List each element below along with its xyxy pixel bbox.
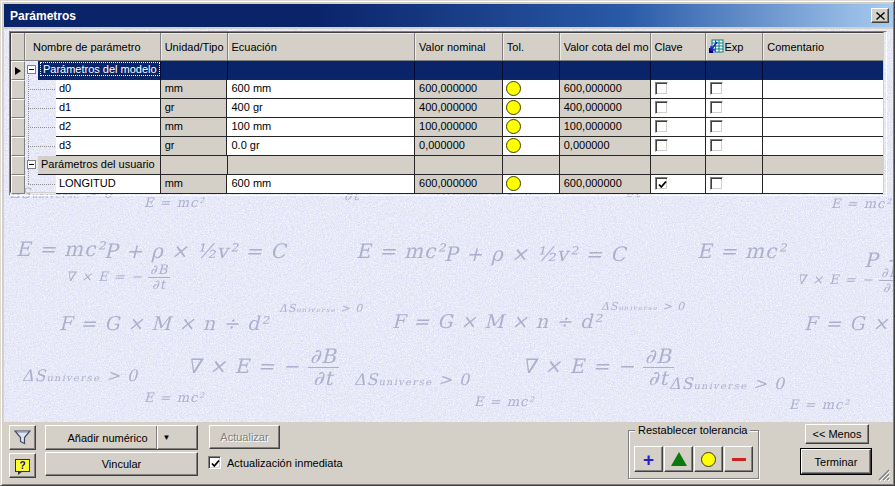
- table-row-d3[interactable]: d3 gr 0.0 gr 0,000000 0,000000: [11, 137, 883, 156]
- row-selector[interactable]: [11, 118, 25, 137]
- tolerance-triangle-button[interactable]: [664, 446, 693, 472]
- cell-unit[interactable]: [161, 61, 228, 80]
- cell-key[interactable]: [651, 137, 707, 156]
- cell-name[interactable]: d0: [56, 80, 161, 99]
- cell-export[interactable]: [706, 80, 763, 99]
- cell-model-value[interactable]: 0,000000: [560, 137, 651, 156]
- cell-equation[interactable]: 600 mm: [227, 175, 415, 194]
- tolerance-minus-button[interactable]: [724, 446, 753, 472]
- cell-name[interactable]: d3: [56, 137, 161, 156]
- export-checkbox[interactable]: [710, 82, 723, 95]
- cell-equation[interactable]: 0.0 gr: [227, 137, 415, 156]
- cell-export[interactable]: [706, 156, 763, 175]
- tolerance-circle-icon[interactable]: [506, 119, 521, 134]
- cell-tolerance[interactable]: [503, 118, 560, 137]
- cell-comment[interactable]: [763, 80, 883, 99]
- cell-comment[interactable]: [763, 175, 883, 194]
- table-row-group-model[interactable]: Parámetros del modelo: [11, 61, 883, 80]
- cell-equation[interactable]: [228, 156, 416, 175]
- header-equation[interactable]: Ecuación: [228, 33, 416, 60]
- cell-tolerance[interactable]: [503, 137, 560, 156]
- cell-group-name[interactable]: Parámetros del modelo: [38, 61, 161, 80]
- header-name[interactable]: Nombre de parámetro: [25, 33, 161, 60]
- cell-key[interactable]: [651, 99, 707, 118]
- cell-comment[interactable]: [763, 156, 883, 175]
- key-checkbox[interactable]: [655, 139, 668, 152]
- row-selector[interactable]: [11, 137, 25, 156]
- collapse-minus-icon[interactable]: [27, 65, 36, 74]
- cell-tolerance[interactable]: [503, 61, 560, 80]
- cell-tolerance[interactable]: [503, 175, 560, 194]
- cell-equation[interactable]: [228, 61, 416, 80]
- cell-key[interactable]: [651, 118, 707, 137]
- cell-nominal[interactable]: 0,000000: [415, 137, 503, 156]
- cell-model-value[interactable]: 600,000000: [560, 175, 651, 194]
- export-checkbox[interactable]: [710, 120, 723, 133]
- tolerance-circle-icon[interactable]: [506, 81, 521, 96]
- help-button[interactable]: ?: [9, 453, 36, 478]
- cell-unit[interactable]: gr: [161, 99, 228, 118]
- update-button[interactable]: Actualizar: [209, 425, 280, 449]
- cell-tolerance[interactable]: [503, 156, 560, 175]
- key-checkbox[interactable]: [655, 177, 668, 190]
- filter-button[interactable]: [9, 425, 36, 450]
- cell-export[interactable]: [706, 137, 763, 156]
- cell-model-value[interactable]: 100,000000: [560, 118, 651, 137]
- cell-unit[interactable]: gr: [161, 137, 228, 156]
- row-selector[interactable]: [11, 156, 25, 175]
- cell-equation[interactable]: 400 gr: [227, 99, 415, 118]
- cell-name[interactable]: LONGITUD: [56, 175, 161, 194]
- cell-tolerance[interactable]: [503, 80, 560, 99]
- cell-key[interactable]: [651, 175, 707, 194]
- cell-unit[interactable]: mm: [161, 118, 228, 137]
- header-key[interactable]: Clave: [651, 33, 707, 60]
- table-row-group-user[interactable]: Parámetros del usuario: [11, 156, 883, 175]
- cell-nominal[interactable]: 100,000000: [415, 118, 503, 137]
- cell-key[interactable]: [651, 80, 707, 99]
- export-checkbox[interactable]: [710, 139, 723, 152]
- row-selector[interactable]: [11, 99, 25, 118]
- export-checkbox[interactable]: [710, 101, 723, 114]
- cell-name[interactable]: d2: [56, 118, 161, 137]
- link-button[interactable]: Vincular: [45, 452, 198, 476]
- cell-comment[interactable]: [763, 137, 883, 156]
- collapse-minus-icon[interactable]: [27, 160, 36, 169]
- cell-nominal[interactable]: [415, 156, 503, 175]
- cell-nominal[interactable]: [415, 61, 503, 80]
- cell-unit[interactable]: [161, 156, 228, 175]
- close-button[interactable]: [871, 8, 889, 23]
- cell-export[interactable]: [706, 61, 763, 80]
- cell-nominal[interactable]: 400,000000: [415, 99, 503, 118]
- cell-model-value[interactable]: [560, 156, 651, 175]
- chevron-down-icon[interactable]: ▼: [158, 433, 176, 442]
- cell-comment[interactable]: [763, 99, 883, 118]
- cell-name[interactable]: d1: [56, 99, 161, 118]
- cell-model-value[interactable]: 600,000000: [560, 80, 651, 99]
- export-checkbox[interactable]: [710, 177, 723, 190]
- less-button[interactable]: << Menos: [805, 424, 869, 444]
- immediate-update-checkbox[interactable]: [208, 456, 221, 469]
- cell-model-value[interactable]: [560, 61, 651, 80]
- header-unit[interactable]: Unidad/Tipo: [161, 33, 228, 60]
- cell-comment[interactable]: [763, 118, 883, 137]
- resize-grip[interactable]: [877, 468, 890, 481]
- cell-nominal[interactable]: 600,000000: [415, 175, 503, 194]
- cell-equation[interactable]: 100 mm: [227, 118, 415, 137]
- cell-nominal[interactable]: 600,000000: [415, 80, 503, 99]
- header-tolerance[interactable]: Tol.: [503, 33, 560, 60]
- add-numeric-button[interactable]: Añadir numérico ▼: [45, 425, 198, 450]
- header-export[interactable]: Exp: [706, 33, 763, 60]
- cell-key[interactable]: [651, 156, 707, 175]
- cell-group-name[interactable]: Parámetros del usuario: [38, 156, 161, 175]
- titlebar[interactable]: Parámetros: [4, 4, 893, 27]
- key-checkbox[interactable]: [655, 82, 668, 95]
- cell-key[interactable]: [651, 61, 707, 80]
- cell-equation[interactable]: 600 mm: [227, 80, 415, 99]
- finish-button[interactable]: Terminar: [801, 449, 871, 474]
- cell-unit[interactable]: mm: [161, 175, 228, 194]
- table-row-d0[interactable]: d0 mm 600 mm 600,000000 600,000000: [11, 80, 883, 99]
- cell-tolerance[interactable]: [503, 99, 560, 118]
- cell-comment[interactable]: [763, 61, 883, 80]
- header-comment[interactable]: Comentario: [763, 33, 883, 60]
- cell-model-value[interactable]: 400,000000: [560, 99, 651, 118]
